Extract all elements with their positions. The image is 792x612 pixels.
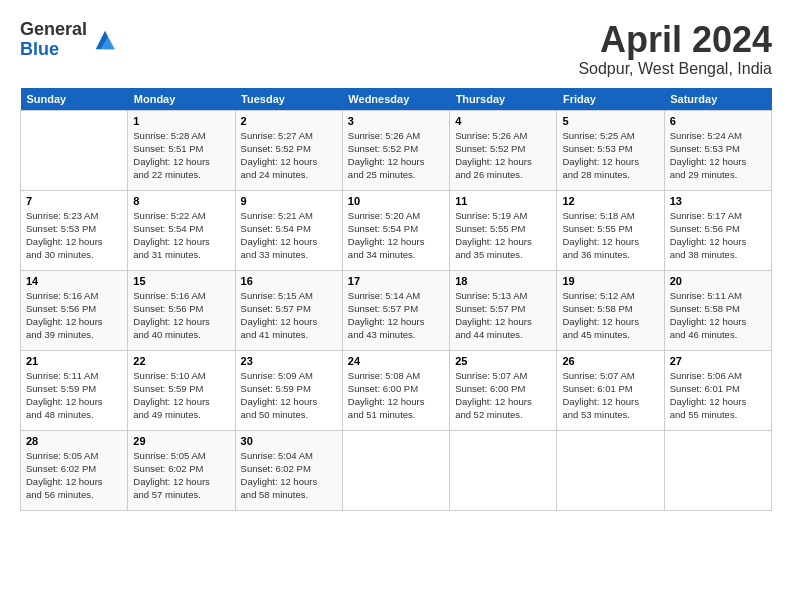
calendar-cell: 10Sunrise: 5:20 AM Sunset: 5:54 PM Dayli… [342,190,449,270]
day-number: 26 [562,355,658,367]
calendar-cell: 22Sunrise: 5:10 AM Sunset: 5:59 PM Dayli… [128,350,235,430]
logo: General Blue [20,20,119,60]
calendar-cell: 19Sunrise: 5:12 AM Sunset: 5:58 PM Dayli… [557,270,664,350]
day-number: 28 [26,435,122,447]
day-info: Sunrise: 5:07 AM Sunset: 6:00 PM Dayligh… [455,369,551,422]
day-info: Sunrise: 5:26 AM Sunset: 5:52 PM Dayligh… [348,129,444,182]
calendar-cell: 20Sunrise: 5:11 AM Sunset: 5:58 PM Dayli… [664,270,771,350]
calendar-cell: 30Sunrise: 5:04 AM Sunset: 6:02 PM Dayli… [235,430,342,510]
calendar-cell: 27Sunrise: 5:06 AM Sunset: 6:01 PM Dayli… [664,350,771,430]
header-row: Sunday Monday Tuesday Wednesday Thursday… [21,88,772,111]
logo-icon [91,26,119,54]
calendar-cell: 26Sunrise: 5:07 AM Sunset: 6:01 PM Dayli… [557,350,664,430]
calendar-cell: 8Sunrise: 5:22 AM Sunset: 5:54 PM Daylig… [128,190,235,270]
logo-blue: Blue [20,40,87,60]
day-number: 10 [348,195,444,207]
day-info: Sunrise: 5:13 AM Sunset: 5:57 PM Dayligh… [455,289,551,342]
week-row-2: 14Sunrise: 5:16 AM Sunset: 5:56 PM Dayli… [21,270,772,350]
calendar-cell: 2Sunrise: 5:27 AM Sunset: 5:52 PM Daylig… [235,110,342,190]
calendar-cell: 11Sunrise: 5:19 AM Sunset: 5:55 PM Dayli… [450,190,557,270]
day-number: 14 [26,275,122,287]
calendar-cell: 21Sunrise: 5:11 AM Sunset: 5:59 PM Dayli… [21,350,128,430]
day-number: 13 [670,195,766,207]
calendar-cell: 13Sunrise: 5:17 AM Sunset: 5:56 PM Dayli… [664,190,771,270]
calendar-cell: 1Sunrise: 5:28 AM Sunset: 5:51 PM Daylig… [128,110,235,190]
page: General Blue April 2024 Sodpur, West Ben… [0,0,792,612]
month-title: April 2024 [578,20,772,60]
calendar-cell: 23Sunrise: 5:09 AM Sunset: 5:59 PM Dayli… [235,350,342,430]
day-number: 24 [348,355,444,367]
day-info: Sunrise: 5:10 AM Sunset: 5:59 PM Dayligh… [133,369,229,422]
location: Sodpur, West Bengal, India [578,60,772,78]
day-info: Sunrise: 5:26 AM Sunset: 5:52 PM Dayligh… [455,129,551,182]
day-number: 1 [133,115,229,127]
day-number: 25 [455,355,551,367]
day-number: 5 [562,115,658,127]
day-info: Sunrise: 5:09 AM Sunset: 5:59 PM Dayligh… [241,369,337,422]
calendar-cell: 17Sunrise: 5:14 AM Sunset: 5:57 PM Dayli… [342,270,449,350]
day-info: Sunrise: 5:06 AM Sunset: 6:01 PM Dayligh… [670,369,766,422]
day-info: Sunrise: 5:05 AM Sunset: 6:02 PM Dayligh… [133,449,229,502]
day-info: Sunrise: 5:08 AM Sunset: 6:00 PM Dayligh… [348,369,444,422]
col-friday: Friday [557,88,664,111]
calendar-cell: 5Sunrise: 5:25 AM Sunset: 5:53 PM Daylig… [557,110,664,190]
day-number: 8 [133,195,229,207]
day-number: 6 [670,115,766,127]
day-info: Sunrise: 5:23 AM Sunset: 5:53 PM Dayligh… [26,209,122,262]
day-info: Sunrise: 5:14 AM Sunset: 5:57 PM Dayligh… [348,289,444,342]
day-number: 4 [455,115,551,127]
week-row-0: 1Sunrise: 5:28 AM Sunset: 5:51 PM Daylig… [21,110,772,190]
day-number: 11 [455,195,551,207]
day-info: Sunrise: 5:17 AM Sunset: 5:56 PM Dayligh… [670,209,766,262]
week-row-1: 7Sunrise: 5:23 AM Sunset: 5:53 PM Daylig… [21,190,772,270]
calendar-cell [450,430,557,510]
week-row-4: 28Sunrise: 5:05 AM Sunset: 6:02 PM Dayli… [21,430,772,510]
calendar-cell: 3Sunrise: 5:26 AM Sunset: 5:52 PM Daylig… [342,110,449,190]
calendar-cell: 14Sunrise: 5:16 AM Sunset: 5:56 PM Dayli… [21,270,128,350]
header: General Blue April 2024 Sodpur, West Ben… [20,20,772,78]
day-info: Sunrise: 5:16 AM Sunset: 5:56 PM Dayligh… [133,289,229,342]
day-info: Sunrise: 5:15 AM Sunset: 5:57 PM Dayligh… [241,289,337,342]
day-info: Sunrise: 5:20 AM Sunset: 5:54 PM Dayligh… [348,209,444,262]
calendar-cell: 4Sunrise: 5:26 AM Sunset: 5:52 PM Daylig… [450,110,557,190]
day-info: Sunrise: 5:16 AM Sunset: 5:56 PM Dayligh… [26,289,122,342]
day-info: Sunrise: 5:18 AM Sunset: 5:55 PM Dayligh… [562,209,658,262]
day-number: 2 [241,115,337,127]
calendar-cell [664,430,771,510]
day-info: Sunrise: 5:05 AM Sunset: 6:02 PM Dayligh… [26,449,122,502]
title-block: April 2024 Sodpur, West Bengal, India [578,20,772,78]
calendar-cell: 16Sunrise: 5:15 AM Sunset: 5:57 PM Dayli… [235,270,342,350]
calendar-cell: 25Sunrise: 5:07 AM Sunset: 6:00 PM Dayli… [450,350,557,430]
day-number: 7 [26,195,122,207]
day-number: 22 [133,355,229,367]
day-number: 9 [241,195,337,207]
calendar-cell: 28Sunrise: 5:05 AM Sunset: 6:02 PM Dayli… [21,430,128,510]
calendar-cell: 24Sunrise: 5:08 AM Sunset: 6:00 PM Dayli… [342,350,449,430]
day-number: 12 [562,195,658,207]
calendar-cell [21,110,128,190]
calendar-cell: 15Sunrise: 5:16 AM Sunset: 5:56 PM Dayli… [128,270,235,350]
logo-text: General Blue [20,20,87,60]
calendar-cell: 6Sunrise: 5:24 AM Sunset: 5:53 PM Daylig… [664,110,771,190]
col-saturday: Saturday [664,88,771,111]
day-number: 15 [133,275,229,287]
day-number: 30 [241,435,337,447]
day-info: Sunrise: 5:25 AM Sunset: 5:53 PM Dayligh… [562,129,658,182]
day-info: Sunrise: 5:04 AM Sunset: 6:02 PM Dayligh… [241,449,337,502]
day-info: Sunrise: 5:12 AM Sunset: 5:58 PM Dayligh… [562,289,658,342]
day-info: Sunrise: 5:19 AM Sunset: 5:55 PM Dayligh… [455,209,551,262]
day-number: 17 [348,275,444,287]
logo-general: General [20,20,87,40]
day-number: 29 [133,435,229,447]
col-tuesday: Tuesday [235,88,342,111]
day-info: Sunrise: 5:24 AM Sunset: 5:53 PM Dayligh… [670,129,766,182]
day-number: 18 [455,275,551,287]
col-wednesday: Wednesday [342,88,449,111]
calendar-cell [342,430,449,510]
day-info: Sunrise: 5:11 AM Sunset: 5:58 PM Dayligh… [670,289,766,342]
calendar-cell: 29Sunrise: 5:05 AM Sunset: 6:02 PM Dayli… [128,430,235,510]
day-info: Sunrise: 5:07 AM Sunset: 6:01 PM Dayligh… [562,369,658,422]
day-info: Sunrise: 5:22 AM Sunset: 5:54 PM Dayligh… [133,209,229,262]
day-number: 27 [670,355,766,367]
col-monday: Monday [128,88,235,111]
